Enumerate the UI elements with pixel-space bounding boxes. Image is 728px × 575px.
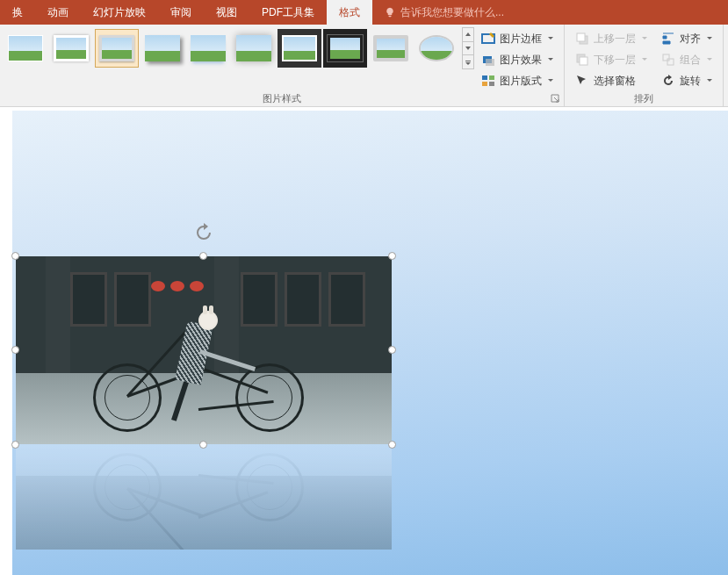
rotation-handle[interactable]	[194, 223, 213, 242]
chevron-down-icon	[548, 57, 553, 62]
tab-review[interactable]: 审阅	[158, 0, 204, 25]
style-thumb-reflect[interactable]	[186, 29, 230, 68]
svg-rect-10	[580, 57, 587, 65]
svg-rect-4	[489, 75, 494, 80]
chevron-down-icon	[548, 78, 553, 83]
svg-rect-2	[486, 59, 494, 66]
tab-format[interactable]: 格式	[327, 0, 372, 25]
send-backward-icon	[575, 53, 589, 67]
align-label: 对齐	[680, 32, 701, 47]
picture-layout-label: 图片版式	[500, 74, 542, 89]
selected-picture[interactable]	[16, 256, 392, 444]
send-backward-label: 下移一层	[594, 53, 636, 68]
picture-reflection	[16, 444, 392, 550]
resize-handle-bl[interactable]	[11, 441, 19, 449]
selection-pane-button[interactable]: 选择窗格	[572, 71, 651, 90]
tab-transition[interactable]: 换	[0, 0, 35, 25]
style-thumb-simple[interactable]	[4, 29, 47, 68]
layout-icon	[481, 74, 495, 88]
group-label: 组合	[680, 53, 701, 68]
slide-canvas[interactable]	[0, 107, 728, 575]
style-thumb-oval[interactable]	[414, 29, 458, 68]
selection-pane-label: 选择窗格	[594, 74, 636, 89]
tab-view[interactable]: 视图	[204, 0, 249, 25]
svg-rect-12	[667, 59, 674, 65]
svg-rect-5	[482, 82, 487, 86]
style-thumb-black2[interactable]	[323, 29, 367, 68]
gallery-scroller	[462, 27, 474, 69]
svg-rect-11	[663, 54, 669, 61]
style-thumb-black[interactable]	[278, 29, 321, 68]
dialog-launcher-picture-styles[interactable]	[551, 94, 560, 104]
tellme-placeholder: 告诉我您想要做什么...	[400, 5, 504, 20]
bring-forward-button: 上移一层	[572, 29, 651, 48]
tab-animation[interactable]: 动画	[35, 0, 81, 25]
svg-rect-3	[482, 75, 487, 80]
picture-effects-button[interactable]: 图片效果	[478, 50, 557, 69]
picture-border-label: 图片边框	[500, 32, 542, 47]
style-thumb-shadow[interactable]	[141, 29, 184, 68]
resize-handle-ml[interactable]	[11, 346, 19, 354]
border-icon	[481, 32, 495, 46]
ribbon: 图片边框 图片效果 图片版式 图片样式	[0, 25, 728, 107]
style-thumb-3d[interactable]	[369, 29, 413, 68]
gallery-expand-button[interactable]	[463, 55, 473, 68]
picture-styles-gallery	[4, 27, 474, 69]
chevron-down-icon	[548, 36, 553, 41]
resize-handle-mr[interactable]	[388, 346, 396, 354]
style-thumb-border[interactable]	[49, 29, 93, 68]
chevron-down-icon	[707, 78, 712, 83]
bring-forward-label: 上移一层	[594, 32, 636, 47]
tab-slideshow[interactable]: 幻灯片放映	[81, 0, 158, 25]
tab-pdf[interactable]: PDF工具集	[249, 0, 327, 25]
chevron-down-icon	[707, 57, 712, 62]
chevron-down-icon	[707, 36, 712, 41]
picture-content	[16, 256, 392, 444]
group-icon	[661, 53, 675, 67]
picture-border-button[interactable]: 图片边框	[478, 29, 557, 48]
resize-handle-tm[interactable]	[199, 252, 207, 260]
chevron-down-icon	[642, 36, 647, 41]
picture-effects-label: 图片效果	[500, 53, 542, 68]
group-label-picture-styles: 图片样式	[263, 92, 301, 105]
picture-layout-button[interactable]: 图片版式	[478, 71, 557, 90]
rotate-button[interactable]: 旋转	[658, 71, 716, 90]
ribbon-tab-bar: 换 动画 幻灯片放映 审阅 视图 PDF工具集 格式 告诉我您想要做什么...	[0, 0, 728, 25]
resize-handle-br[interactable]	[388, 441, 396, 449]
rotate-label: 旋转	[680, 74, 701, 89]
svg-rect-8	[577, 33, 585, 41]
rotate-icon	[661, 74, 675, 88]
selection-pane-icon	[575, 74, 589, 88]
bring-forward-icon	[575, 32, 589, 46]
resize-handle-bm[interactable]	[199, 441, 207, 449]
send-backward-button: 下移一层	[572, 50, 651, 69]
resize-handle-tr[interactable]	[388, 252, 396, 260]
style-thumb-metal[interactable]	[95, 29, 139, 68]
gallery-down-button[interactable]	[463, 42, 473, 56]
gallery-up-button[interactable]	[463, 28, 473, 42]
style-thumb-soft[interactable]	[232, 29, 276, 68]
align-button[interactable]: 对齐	[658, 29, 716, 48]
svg-rect-6	[489, 82, 494, 86]
group-label-arrange: 排列	[634, 92, 653, 105]
chevron-down-icon	[642, 57, 647, 62]
bulb-icon	[385, 7, 395, 18]
align-icon	[661, 32, 675, 46]
resize-handle-tl[interactable]	[11, 252, 19, 260]
effects-icon	[481, 53, 495, 67]
tellme-box[interactable]: 告诉我您想要做什么...	[372, 5, 516, 20]
group-button: 组合	[658, 50, 716, 69]
